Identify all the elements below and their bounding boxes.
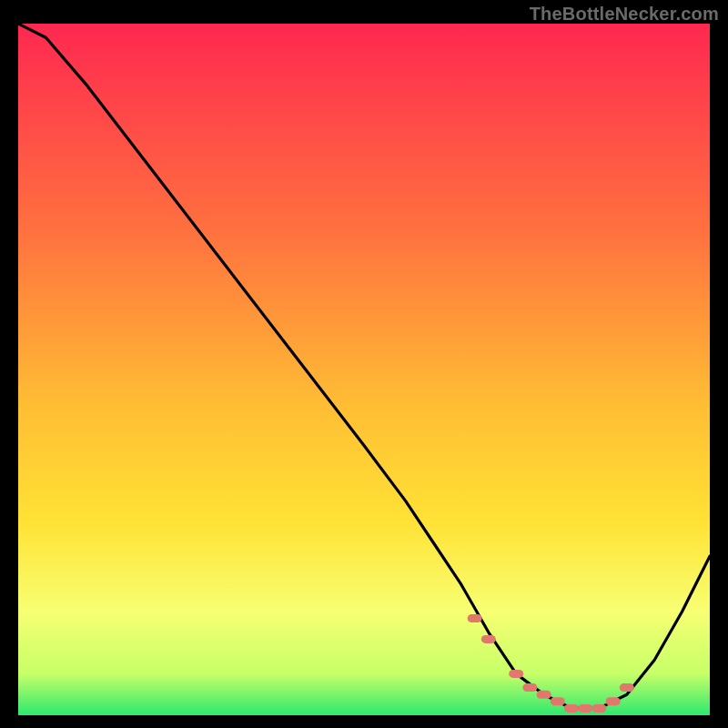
- marker-point: [592, 704, 606, 713]
- marker-point: [564, 704, 579, 713]
- marker-point: [620, 683, 634, 692]
- chart-svg: [18, 24, 710, 715]
- marker-point: [522, 683, 537, 692]
- marker-point: [578, 704, 592, 713]
- gradient-background: [18, 24, 710, 715]
- marker-point: [481, 635, 496, 643]
- watermark-text: TheBottleNecker.com: [530, 4, 719, 25]
- marker-point: [606, 697, 621, 705]
- marker-point: [551, 697, 565, 705]
- plot-area: [18, 24, 710, 715]
- marker-point: [509, 670, 523, 678]
- marker-point: [537, 691, 551, 699]
- marker-point: [468, 614, 482, 622]
- chart-root: TheBottleNecker.com: [0, 0, 728, 728]
